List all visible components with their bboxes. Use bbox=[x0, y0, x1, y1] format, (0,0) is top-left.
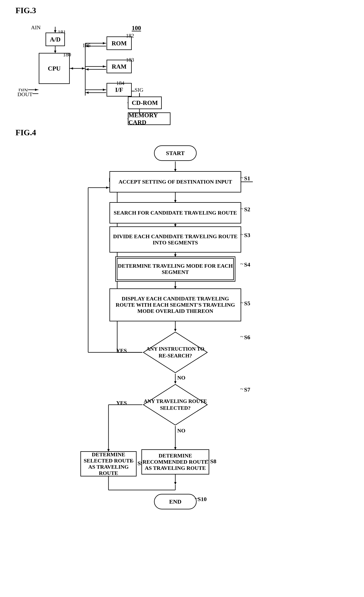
start-node: START bbox=[154, 145, 197, 161]
s6-label: S6 bbox=[244, 334, 250, 341]
s6-yes-label: YES bbox=[116, 347, 127, 354]
ref-183: 183 bbox=[126, 57, 134, 63]
component-100-label: 100 bbox=[132, 24, 141, 31]
s6-node: ANY INSTRUCTION TO RE-SEARCH? bbox=[142, 331, 208, 374]
svg-marker-21 bbox=[35, 89, 38, 91]
s8-node: DETERMINE RECOMMENDED ROUTE AS TRAVELING… bbox=[141, 449, 209, 474]
cdrom-box: CD-ROM bbox=[128, 96, 162, 109]
ref-182: 182 bbox=[126, 32, 134, 39]
ref-184: 184 bbox=[116, 80, 124, 86]
fig4-section: FIG.4 bbox=[15, 128, 355, 595]
ad-box: A/D bbox=[46, 32, 65, 46]
fig4-label: FIG.4 bbox=[15, 128, 355, 137]
s5-label: S5 bbox=[244, 300, 250, 307]
svg-marker-64 bbox=[106, 187, 109, 189]
s7-label: S7 bbox=[244, 386, 250, 393]
svg-marker-15 bbox=[86, 68, 89, 71]
end-node: END bbox=[154, 494, 197, 509]
flowchart-area: START ACCEPT SETTING OF DESTINATION INPU… bbox=[78, 143, 292, 595]
s4-node: DETERMINE TRAVELING MODE FOR EACH SEGMEN… bbox=[115, 256, 235, 282]
fig3-diagram: AIN 181 A/D CPU 180 186 ROM 182 bbox=[15, 21, 174, 129]
s9-node: DETERMINE SELECTED ROUTE AS TRAVELING RO… bbox=[80, 451, 137, 476]
svg-marker-13 bbox=[103, 65, 106, 68]
s5-node: DISPLAY EACH CANDIDATE TRAVELING ROUTE W… bbox=[109, 288, 241, 321]
fig3-section: FIG.3 bbox=[15, 6, 180, 129]
s4-label: S4 bbox=[244, 261, 250, 268]
s1-node: ACCEPT SETTING OF DESTINATION INPUT bbox=[109, 171, 241, 192]
s10-label: S10 bbox=[198, 496, 207, 503]
memcard-box: MEMORY CARD bbox=[128, 112, 170, 125]
ain-label: AIN bbox=[31, 24, 41, 31]
fig3-label: FIG.3 bbox=[15, 6, 180, 15]
svg-marker-57 bbox=[174, 482, 177, 485]
s7-node: ANY TRAVELING ROUTE SELECTED? bbox=[142, 383, 208, 426]
sig-label: SIG bbox=[135, 87, 143, 93]
page: FIG.3 bbox=[0, 0, 364, 597]
ref-186: 186 bbox=[82, 42, 91, 48]
svg-marker-5 bbox=[70, 67, 73, 70]
s8-label: S8 bbox=[210, 458, 216, 465]
s6-no-label: NO bbox=[177, 375, 185, 381]
svg-marker-9 bbox=[103, 42, 106, 44]
svg-marker-17 bbox=[103, 89, 106, 91]
svg-marker-19 bbox=[86, 92, 89, 94]
s3-node: DIVIDE EACH CANDIDATE TRAVELING ROUTE IN… bbox=[109, 226, 241, 252]
s3-label: S3 bbox=[244, 232, 250, 238]
svg-marker-6 bbox=[82, 67, 85, 70]
s7-no-label: NO bbox=[177, 428, 185, 434]
s2-label: S2 bbox=[244, 206, 250, 213]
ref-180: 180 bbox=[63, 52, 71, 58]
s1-label: S1 bbox=[244, 175, 250, 182]
s7-yes-label: YES bbox=[116, 400, 127, 406]
s2-node: SEARCH FOR CANDIDATE TRAVELING ROUTE bbox=[109, 202, 241, 223]
dout-label: DOUT bbox=[17, 91, 32, 97]
